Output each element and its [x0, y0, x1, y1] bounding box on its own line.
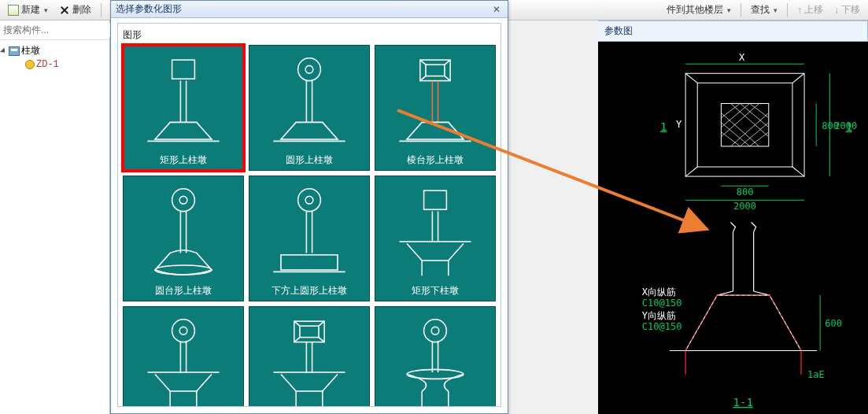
- svg-rect-43: [300, 326, 319, 337]
- shape-card[interactable]: 矩形下柱墩: [375, 176, 496, 301]
- svg-rect-27: [281, 254, 338, 269]
- svg-rect-62: [721, 103, 768, 146]
- shape-card[interactable]: 圆形下柱墩: [123, 306, 244, 407]
- shape-card[interactable]: 棱台形上柱墩: [375, 45, 496, 171]
- component-icon: [25, 60, 35, 69]
- delete-icon: [59, 5, 70, 16]
- section-label: 1-1: [733, 396, 753, 408]
- shape-caption: 矩形上柱墩: [160, 153, 207, 167]
- svg-rect-0: [172, 60, 195, 79]
- x-rebar-value: C10@150: [642, 298, 682, 309]
- search-input[interactable]: [3, 23, 121, 37]
- svg-rect-10: [426, 65, 445, 76]
- expand-icon: [0, 47, 7, 54]
- group-label: 图形: [123, 28, 496, 42]
- new-button[interactable]: 新建 ▾: [3, 2, 53, 18]
- svg-point-23: [298, 188, 321, 211]
- sec-mark-r: 1: [845, 120, 851, 133]
- find-button[interactable]: 查找 ▾: [746, 2, 782, 18]
- shape-card[interactable]: 矩形上柱墩: [123, 45, 244, 171]
- svg-point-35: [172, 319, 195, 342]
- svg-point-5: [305, 65, 313, 73]
- svg-line-74: [721, 103, 740, 117]
- shape-card[interactable]: 下方上圆形上柱墩: [249, 176, 370, 301]
- find-label: 查找: [751, 3, 770, 17]
- svg-point-54: [431, 327, 439, 335]
- preview-title: 参数图: [598, 20, 868, 42]
- separator: [787, 3, 788, 17]
- svg-line-71: [750, 132, 769, 146]
- svg-point-4: [298, 57, 321, 80]
- shape-card[interactable]: 棱台形下柱墩: [249, 306, 370, 407]
- shape-caption: 棱台形上柱墩: [407, 153, 464, 167]
- x-rebar-label: X向纵筋: [642, 286, 676, 298]
- component-tree: 柱墩 ZD-1: [0, 40, 109, 74]
- svg-line-76: [792, 73, 804, 83]
- dim-800b: 800: [737, 187, 754, 198]
- svg-line-69: [730, 113, 768, 146]
- shape-card[interactable]: 圆形上柱墩: [249, 45, 370, 171]
- close-icon[interactable]: ✕: [490, 4, 503, 15]
- tree-node-root[interactable]: 柱墩: [2, 43, 108, 58]
- y-rebar-value: C10@150: [642, 321, 682, 332]
- move-down-button[interactable]: ↓ 下移: [829, 2, 865, 18]
- svg-rect-60: [685, 73, 804, 176]
- svg-line-77: [685, 167, 697, 176]
- shape-card[interactable]: 圆台形上柱墩: [123, 176, 244, 301]
- dialog-titlebar: 选择参数化图形 ✕: [111, 1, 508, 18]
- dim-Y: Y: [676, 119, 682, 130]
- separator: [101, 3, 102, 17]
- shape-thumbnail: [127, 50, 240, 152]
- shape-caption: 圆台形上柱墩: [155, 284, 212, 298]
- delete-button[interactable]: 删除: [54, 2, 96, 18]
- shape-thumbnail: [379, 312, 492, 407]
- delete-label: 删除: [72, 3, 91, 17]
- svg-line-87: [717, 291, 733, 295]
- search-row: [0, 20, 109, 40]
- chevron-down-icon: ▾: [44, 6, 48, 14]
- chevron-down-icon: ▾: [727, 6, 731, 14]
- chevron-down-icon: ▾: [774, 6, 778, 14]
- separator: [741, 3, 741, 17]
- svg-line-66: [730, 103, 768, 136]
- svg-point-57: [407, 369, 464, 379]
- sec-mark-l: 1: [660, 120, 667, 133]
- copy-label: 件到其他楼层: [667, 3, 723, 17]
- shape-card[interactable]: 圆台形下柱墩: [375, 306, 496, 407]
- svg-line-45: [319, 321, 324, 326]
- shape-thumbnail: [379, 181, 492, 283]
- svg-line-12: [445, 60, 450, 65]
- move-up-button[interactable]: ↑ 上移: [792, 2, 828, 18]
- tree-node-child[interactable]: ZD-1: [2, 58, 108, 71]
- arrow-up-icon: ↑: [797, 5, 802, 16]
- svg-line-11: [420, 60, 426, 65]
- shape-grid: 矩形上柱墩圆形上柱墩棱台形上柱墩圆台形上柱墩下方上圆形上柱墩矩形下柱墩圆形下柱墩…: [123, 45, 496, 407]
- new-icon: [8, 5, 19, 16]
- svg-line-14: [445, 76, 450, 80]
- svg-point-22: [155, 265, 212, 275]
- svg-point-36: [179, 327, 187, 335]
- svg-point-24: [305, 196, 313, 204]
- tree-child-label: ZD-1: [36, 59, 59, 70]
- shape-group: 图形 矩形上柱墩圆形上柱墩棱台形上柱墩圆台形上柱墩下方上圆形上柱墩矩形下柱墩圆形…: [117, 23, 501, 407]
- svg-line-75: [685, 73, 697, 83]
- shape-thumbnail: [253, 181, 366, 283]
- svg-rect-29: [424, 190, 447, 209]
- shape-thumbnail: [253, 50, 366, 152]
- svg-line-88: [754, 291, 770, 295]
- svg-point-19: [179, 196, 187, 204]
- copy-to-floors-button[interactable]: 件到其他楼层 ▾: [662, 2, 736, 18]
- shape-caption: 圆形上柱墩: [286, 153, 333, 167]
- svg-line-47: [319, 337, 324, 342]
- svg-rect-61: [697, 83, 792, 167]
- dim-laE: 1aE: [807, 369, 825, 380]
- up-label: 上移: [804, 3, 823, 17]
- component-tree-panel: 柱墩 ZD-1: [0, 20, 110, 414]
- preview-canvas: X 800 2000 800 2000 Y 1 1: [598, 42, 868, 414]
- shape-thumbnail: [379, 50, 492, 152]
- svg-line-72: [721, 103, 759, 136]
- shape-thumbnail: [127, 312, 240, 407]
- dialog-title: 选择参数化图形: [116, 2, 182, 16]
- arrow-down-icon: ↓: [834, 5, 839, 16]
- shape-picker-dialog: 选择参数化图形 ✕ 图形 矩形上柱墩圆形上柱墩棱台形上柱墩圆台形上柱墩下方上圆形…: [110, 0, 508, 414]
